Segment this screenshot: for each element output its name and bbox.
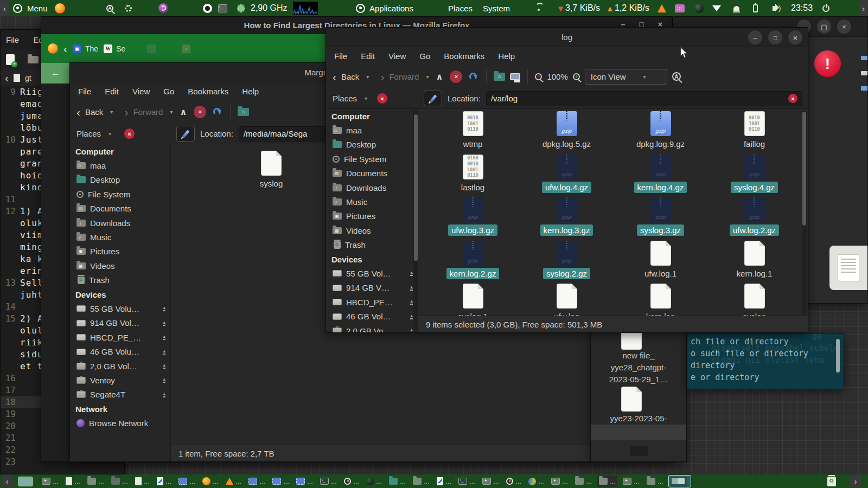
sidebar-scrollbar[interactable]: [413, 110, 418, 331]
sidebar-item[interactable]: Browse Network: [70, 416, 170, 430]
taskbar-window-button[interactable]: …: [295, 476, 315, 487]
places-menu[interactable]: Places: [448, 0, 473, 16]
scroll-strip[interactable]: [591, 425, 686, 440]
file-item[interactable]: 0100 0010 1001 0110 lastlog: [426, 155, 520, 198]
file-item[interactable]: syslog: [225, 151, 317, 194]
file-item[interactable]: gzip dpkg.log.5.gz: [520, 111, 614, 155]
sidebar-item[interactable]: 914 GB V… ▴: [326, 281, 418, 295]
eject-icon[interactable]: ▴: [410, 299, 413, 305]
file-icon[interactable]: [621, 387, 642, 412]
sidebar-item[interactable]: 2,0 GB Vol… ▴: [70, 359, 170, 373]
taskbar-window-button[interactable]: …: [597, 476, 617, 487]
taskbar-window-button[interactable]: …: [527, 476, 546, 487]
editor-tab-label[interactable]: gt: [25, 74, 31, 82]
taskbar-window-button[interactable]: …: [365, 476, 384, 487]
media-tray-icon[interactable]: ⁞⁞⁞: [675, 0, 685, 16]
menu-item[interactable]: Help: [498, 52, 515, 61]
scrollbar-thumb[interactable]: [836, 339, 840, 373]
sidebar-item[interactable]: Devices: [326, 252, 418, 266]
vlc-tray-icon[interactable]: [658, 0, 666, 16]
desktop-icon[interactable]: [510, 73, 520, 80]
sidebar-item[interactable]: Network: [70, 402, 170, 416]
sidebar-item[interactable]: maa: [326, 123, 418, 137]
file-item[interactable]: ufw.log.1: [614, 241, 707, 284]
eject-icon[interactable]: ▴: [163, 349, 165, 355]
taskbar-scroll-right-icon[interactable]: ›: [850, 476, 861, 487]
taskbar-window-button[interactable]: …: [133, 476, 151, 487]
forward-history-caret-icon[interactable]: ▾: [170, 109, 173, 115]
sidebar-item[interactable]: Videos: [326, 223, 418, 237]
mate-applications-icon[interactable]: [356, 0, 365, 16]
sidebar-item[interactable]: 914 GB Vol… ▴: [70, 316, 170, 330]
stop-icon[interactable]: ×: [194, 106, 206, 118]
sidebar-item[interactable]: 2,0 GB Vo… ▴: [326, 324, 418, 332]
taskbar-window-button[interactable]: …: [481, 476, 501, 487]
file-item[interactable]: gzip ufw.log.3.gz: [426, 197, 520, 241]
zoom-in-icon[interactable]: [573, 73, 580, 80]
sidebar-item[interactable]: File System: [70, 187, 170, 201]
file-item[interactable]: gzip kern.log.3.gz: [520, 197, 614, 241]
file-manager-log-window[interactable]: log – □ × FileEditViewGoBookmarksHelp ‹ …: [326, 27, 808, 333]
taskbar-window-button[interactable]: …: [247, 476, 267, 487]
sidebar-item[interactable]: Documents: [326, 166, 418, 181]
reload-icon[interactable]: [469, 73, 477, 80]
sidebar-item[interactable]: File System: [326, 152, 418, 166]
sidebar-item[interactable]: Music: [70, 230, 170, 244]
sidebar-item[interactable]: Computer: [70, 144, 170, 158]
editor-menu-file[interactable]: File: [6, 35, 19, 44]
eject-icon[interactable]: ▴: [163, 335, 165, 340]
taskbar-window-button[interactable]: [669, 476, 691, 487]
minimize-button[interactable]: –: [748, 30, 762, 44]
mate-menu-icon[interactable]: [13, 0, 22, 16]
content-scrollbar[interactable]: [802, 111, 807, 314]
menu-item[interactable]: Go: [419, 52, 430, 61]
sidebar-item[interactable]: Pictures: [326, 209, 418, 223]
chevron-down-icon[interactable]: ▾: [365, 95, 367, 101]
close-sidebar-icon[interactable]: ×: [377, 93, 387, 104]
view-mode-select[interactable]: Icon View ▾: [585, 69, 667, 85]
taskbar-window-button[interactable]: …: [573, 476, 593, 487]
file-item[interactable]: ufw.log: [520, 284, 614, 316]
taskbar-window-button[interactable]: …: [505, 476, 523, 487]
taskbar-window-button[interactable]: …: [201, 476, 220, 487]
terminal-scrollbar[interactable]: [835, 337, 840, 384]
eject-icon[interactable]: ▴: [163, 392, 165, 397]
home-icon[interactable]: ⌂: [494, 73, 505, 81]
sidebar-item[interactable]: Trash: [70, 273, 170, 287]
menu-item[interactable]: Go: [163, 87, 174, 96]
volume-icon[interactable]: [773, 0, 776, 16]
eject-icon[interactable]: ▴: [410, 285, 413, 291]
taskbar-window-button[interactable]: …: [342, 476, 361, 487]
taskbar-window-button[interactable]: …: [318, 476, 339, 487]
indicator-triangle-icon[interactable]: [712, 0, 721, 16]
menu-item[interactable]: Bookmarks: [188, 87, 228, 96]
menu-item[interactable]: Help: [242, 87, 259, 96]
sidebar-item[interactable]: Desktop: [70, 173, 170, 187]
sidebar-item[interactable]: 55 GB Volu… ▴: [70, 301, 170, 316]
applications-menu[interactable]: Applications: [369, 0, 413, 16]
open-folder-icon[interactable]: [28, 56, 39, 63]
clock[interactable]: 23:53: [791, 0, 813, 16]
browser-o-icon[interactable]: [203, 0, 212, 16]
eject-icon[interactable]: ▴: [410, 328, 413, 332]
eject-icon[interactable]: ▴: [163, 306, 165, 311]
clear-location-icon[interactable]: ×: [788, 94, 797, 103]
menu-button[interactable]: Menu: [27, 0, 48, 16]
chevron-down-icon[interactable]: ▾: [108, 131, 111, 137]
up-icon[interactable]: ∧: [180, 107, 187, 117]
menu-item[interactable]: Edit: [105, 87, 119, 96]
sidebar-item[interactable]: Desktop: [326, 138, 418, 152]
sidebar-item[interactable]: maa: [70, 158, 170, 172]
eject-icon[interactable]: ▴: [163, 377, 165, 383]
settings-gears-icon[interactable]: [125, 0, 132, 16]
back-arrow-icon[interactable]: ←: [51, 68, 60, 79]
eject-icon[interactable]: ▴: [163, 363, 165, 369]
file-item[interactable]: 0010 1001 0110 wtmp: [426, 111, 520, 155]
menu-item[interactable]: Bookmarks: [444, 52, 484, 61]
tab-overflow-icon[interactable]: ‹: [63, 43, 67, 54]
taskbar-window-button[interactable]: …: [457, 476, 477, 487]
taskbar-scroll-left-icon[interactable]: ‹: [1, 476, 13, 487]
search-launcher-icon[interactable]: A: [106, 0, 113, 16]
file-item[interactable]: gzip kern.log.2.gz: [426, 241, 520, 284]
sidebar-item[interactable]: Music: [326, 195, 418, 209]
